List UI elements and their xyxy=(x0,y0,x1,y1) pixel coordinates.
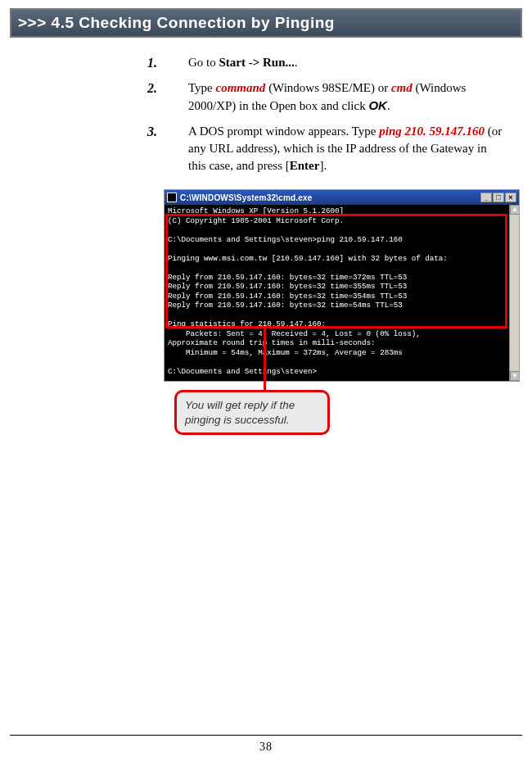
cmd-window: C:\WINDOWS\System32\cmd.exe _ □ × Micros… xyxy=(164,189,520,382)
step-number: 1. xyxy=(147,54,180,72)
step-item: 3.A DOS prompt window appears. Type ping… xyxy=(147,123,507,174)
step-text-part: OK xyxy=(368,98,387,112)
step-text-part: Go to xyxy=(188,56,219,69)
callout-connector-line xyxy=(264,328,266,392)
step-number: 2. xyxy=(147,79,180,97)
step-text-part: command xyxy=(216,81,266,94)
minimize-button[interactable]: _ xyxy=(480,192,492,202)
step-item: 1.Go to Start -> Run.... xyxy=(147,54,507,71)
step-text-part: (Windows 98SE/ME) or xyxy=(265,81,391,94)
close-button[interactable]: × xyxy=(505,192,516,202)
step-text-part: cmd xyxy=(391,81,413,94)
step-text-part: ping 210. 59.147.160 xyxy=(379,125,485,138)
step-item: 2.Type command (Windows 98SE/ME) or cmd … xyxy=(147,79,507,115)
cmd-screenshot-wrap: C:\WINDOWS\System32\cmd.exe _ □ × Micros… xyxy=(164,189,520,382)
step-text-part: Start -> Run... xyxy=(219,56,295,69)
step-text-part: A DOS prompt window appears. Type xyxy=(188,125,379,138)
cmd-title-text: C:\WINDOWS\System32\cmd.exe xyxy=(180,193,480,202)
step-number: 3. xyxy=(147,123,180,141)
steps-list: 1.Go to Start -> Run....2.Type command (… xyxy=(147,54,507,174)
footer-rule xyxy=(10,735,522,736)
step-text-part: . xyxy=(295,56,298,69)
scroll-up-arrow[interactable]: ▲ xyxy=(510,205,519,215)
maximize-button[interactable]: □ xyxy=(493,192,504,202)
cmd-titlebar: C:\WINDOWS\System32\cmd.exe _ □ × xyxy=(165,190,519,205)
step-text-part: Type xyxy=(188,81,216,94)
page-number: 38 xyxy=(0,741,532,754)
scrollbar[interactable]: ▲▼ xyxy=(509,205,519,381)
step-text-part: . xyxy=(387,99,390,112)
cmd-title-icon xyxy=(167,192,177,202)
scroll-down-arrow[interactable]: ▼ xyxy=(510,371,519,381)
step-text-part: Enter xyxy=(290,159,320,172)
section-header: >>> 4.5 Checking Connection by Pinging xyxy=(10,8,522,38)
cmd-body: Microsoft Windows XP [Version 5.1.2600] … xyxy=(165,205,519,381)
cmd-output: Microsoft Windows XP [Version 5.1.2600] … xyxy=(168,206,448,376)
instruction-content: 1.Go to Start -> Run....2.Type command (… xyxy=(147,54,507,174)
step-text-part: ]. xyxy=(319,159,327,172)
callout-box: You will get reply if the pinging is suc… xyxy=(174,390,330,435)
window-buttons: _ □ × xyxy=(480,192,516,202)
